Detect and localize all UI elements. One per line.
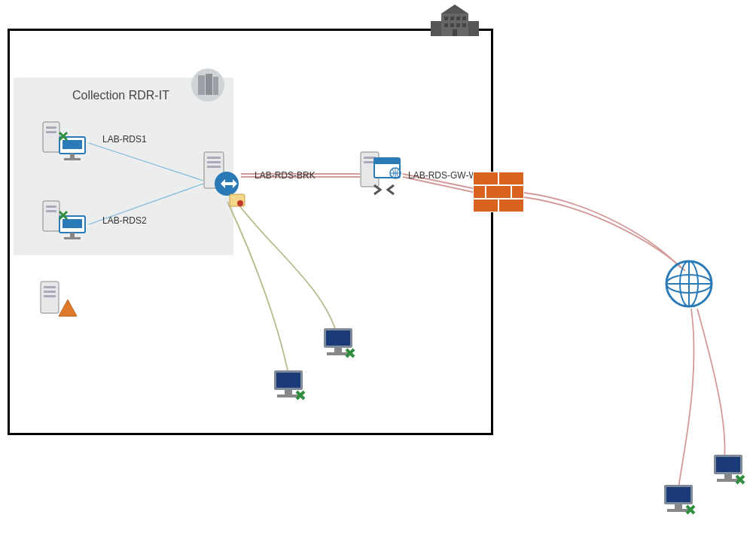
rds1-label: LAB-RDS1: [102, 134, 147, 145]
svg-rect-66: [675, 504, 682, 509]
svg-rect-35: [62, 219, 82, 228]
rds2-server-icon: [41, 199, 91, 245]
rds1-server-icon: [41, 120, 91, 166]
svg-rect-6: [444, 17, 448, 20]
svg-rect-25: [46, 126, 56, 129]
svg-rect-17: [206, 74, 212, 95]
svg-rect-14: [453, 29, 457, 36]
svg-rect-21: [44, 291, 56, 293]
svg-rect-59: [277, 394, 300, 397]
svg-rect-30: [64, 158, 81, 160]
svg-rect-20: [44, 286, 56, 288]
svg-rect-22: [44, 295, 56, 297]
svg-rect-9: [462, 17, 466, 20]
svg-rect-65: [666, 487, 690, 502]
broker-server-icon: [200, 151, 249, 212]
svg-marker-23: [59, 300, 77, 316]
svg-rect-71: [717, 479, 739, 482]
svg-rect-10: [444, 23, 448, 27]
svg-rect-4: [431, 21, 441, 36]
svg-rect-61: [326, 330, 350, 346]
svg-rect-26: [46, 131, 56, 133]
svg-marker-2: [441, 5, 468, 14]
client-wan-2-icon: [709, 452, 750, 492]
svg-rect-36: [70, 233, 75, 237]
svg-rect-16: [198, 75, 205, 95]
svg-rect-13: [462, 23, 466, 27]
svg-rect-39: [207, 157, 221, 159]
rds2-label: LAB-RDS2: [102, 215, 147, 226]
svg-rect-7: [450, 17, 454, 20]
cluster-icon: [191, 68, 225, 105]
broker-label: LAB-RDS-BRK: [255, 170, 316, 181]
svg-rect-8: [456, 17, 460, 20]
svg-rect-49: [374, 158, 400, 164]
svg-rect-62: [334, 348, 342, 352]
firewall-icon: [473, 172, 524, 212]
svg-rect-67: [667, 509, 690, 512]
svg-rect-58: [285, 390, 292, 394]
svg-rect-63: [327, 352, 349, 355]
gateway-server-icon: [358, 151, 406, 203]
svg-rect-18: [213, 77, 218, 95]
svg-rect-32: [46, 206, 56, 208]
svg-rect-70: [724, 474, 732, 479]
svg-rect-40: [207, 161, 221, 163]
building-icon: [431, 3, 479, 38]
svg-rect-69: [716, 457, 740, 472]
svg-rect-57: [276, 373, 300, 388]
svg-rect-29: [70, 154, 75, 158]
svg-rect-5: [468, 21, 479, 36]
svg-rect-11: [450, 23, 454, 27]
svg-rect-12: [456, 23, 460, 27]
svg-rect-37: [64, 237, 81, 239]
client-wan-1-icon: [660, 482, 700, 522]
svg-rect-41: [207, 166, 221, 168]
ad-server-icon: [36, 279, 78, 324]
client-lan-2-icon: [319, 325, 360, 366]
collection-title: Collection RDR-IT: [72, 89, 169, 102]
client-lan-1-icon: [270, 367, 310, 408]
internet-globe-icon: [664, 259, 714, 312]
svg-rect-33: [46, 210, 56, 212]
svg-rect-28: [62, 140, 82, 149]
svg-point-44: [237, 200, 243, 206]
